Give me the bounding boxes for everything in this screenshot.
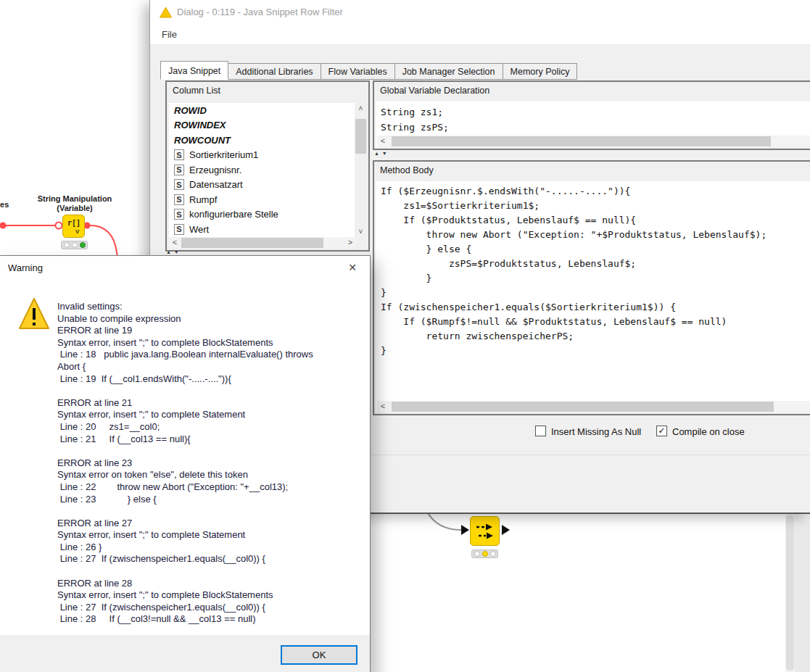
list-item[interactable]: ROWID	[169, 103, 357, 118]
string-type-icon: S	[174, 209, 184, 220]
string-manipulation-status-light	[61, 241, 88, 249]
global-declaration-editor[interactable]: String zs1; String zsPS; <	[376, 101, 810, 147]
close-icon[interactable]: ✕	[344, 260, 361, 275]
list-item[interactable]: S konfigurierbare Stelle	[169, 207, 357, 223]
column-list[interactable]: ROWID ROWINDEX ROWCOUNT S Sortierkriteri…	[169, 103, 357, 238]
menubar: File	[150, 25, 810, 45]
tab-job-manager-selection[interactable]: Job Manager Selection	[394, 63, 503, 80]
column-name: konfigurierbare Stelle	[189, 209, 278, 220]
column-name: Datensatzart	[189, 179, 243, 190]
flow-input-port-icon	[56, 223, 62, 229]
string-type-icon: S	[174, 179, 184, 190]
panel-splitter-handle[interactable]: ▲ ▼	[374, 151, 388, 156]
tab-java-snippet[interactable]: Java Snippet	[160, 61, 228, 80]
list-item[interactable]: S Datensatzart	[169, 178, 357, 193]
column-list-vscrollbar[interactable]: ˄ ˅	[355, 103, 367, 238]
row-filter-icon	[471, 517, 499, 545]
data-input-port-icon	[461, 525, 469, 535]
ok-button[interactable]: OK	[281, 645, 358, 665]
string-type-icon: S	[174, 149, 184, 160]
list-item[interactable]: S Wert	[169, 222, 357, 237]
global-declaration-title: Global Variable Declaration	[380, 86, 489, 96]
tab-strip: Java Snippet Additional Libraries Flow V…	[160, 61, 576, 80]
status-green-dot	[80, 242, 86, 248]
scroll-right-icon[interactable]: >	[344, 237, 356, 249]
vscroll-thumb[interactable]	[355, 119, 366, 154]
method-body-panel: Method Body If ($Erzeugnisnr.$.endsWith(…	[373, 160, 810, 415]
warning-dialog-title: Warning	[8, 262, 43, 273]
menu-file[interactable]: File	[162, 29, 177, 40]
canvas-scrollbar-thumb[interactable]	[786, 515, 794, 671]
warning-exclamation-icon	[18, 296, 50, 331]
method-body-code[interactable]: If ($Erzeugnisnr.$.endsWith("-.....-....…	[376, 181, 810, 361]
warning-message: Invalid settings: Unable to compile expr…	[57, 301, 368, 626]
hscroll-thumb[interactable]	[392, 136, 771, 146]
list-item[interactable]: S Rumpf	[169, 192, 357, 207]
list-item[interactable]: S Sortierkriterium1	[169, 148, 357, 163]
method-body-editor[interactable]: If ($Erzeugnisnr.$.endsWith("-.....-....…	[376, 181, 810, 412]
global-declaration-hscrollbar[interactable]: <	[377, 136, 810, 147]
column-list-hscrollbar[interactable]: < >	[169, 237, 356, 249]
method-body-title: Method Body	[380, 165, 434, 175]
list-item[interactable]: ROWINDEX	[169, 118, 357, 133]
hscroll-thumb[interactable]	[181, 238, 323, 248]
string-type-icon: S	[174, 165, 184, 175]
column-list-title: Column List	[173, 86, 220, 96]
data-output-port-icon	[502, 525, 510, 535]
svg-text:r[]: r[]	[67, 219, 80, 227]
column-name: Sortierkriterium1	[189, 149, 258, 160]
vertical-splitter-handle[interactable]: ▲ ▼	[166, 249, 180, 254]
tab-additional-libraries[interactable]: Additional Libraries	[228, 63, 321, 80]
screen: les String Manipulation (Variable) r[] V…	[0, 0, 810, 672]
list-item[interactable]: S Erzeugnisnr.	[169, 162, 357, 178]
flow-port-icon	[0, 223, 7, 229]
dialog-titlebar: Dialog - 0:119 - Java Snippet Row Filter	[150, 0, 810, 25]
svg-text:V: V	[75, 228, 80, 235]
string-manipulation-icon: r[] V	[63, 215, 84, 237]
canvas-vertical-scrollbar[interactable]	[785, 514, 795, 672]
string-manipulation-node[interactable]: r[] V	[62, 215, 85, 238]
column-name: Wert	[189, 224, 209, 235]
tab-flow-variables[interactable]: Flow Variables	[321, 63, 395, 80]
column-list-panel: Column List ROWID ROWINDEX ROWCOUNT S So…	[165, 80, 370, 252]
row-filter-status-light	[471, 549, 498, 558]
column-name: Rumpf	[189, 194, 217, 205]
hscroll-thumb[interactable]	[392, 402, 774, 412]
scroll-left-icon[interactable]: <	[377, 401, 389, 412]
partial-node-label: les	[0, 200, 20, 210]
list-item[interactable]: ROWCOUNT	[169, 133, 357, 148]
warning-dialog-footer: OK	[0, 635, 370, 672]
scroll-left-icon[interactable]: <	[377, 136, 389, 147]
column-name: Erzeugnisnr.	[189, 165, 241, 175]
compile-on-close-label: Compile on close	[672, 426, 745, 437]
warning-triangle-icon	[160, 7, 172, 18]
insert-missing-label: Insert Missing As Null	[551, 426, 641, 437]
canvas-right-panel	[795, 514, 810, 672]
compile-on-close-checkbox[interactable]: ✓	[656, 426, 667, 436]
string-manipulation-node-label: String Manipulation (Variable)	[22, 194, 127, 213]
status-yellow-dot	[482, 551, 488, 557]
method-body-hscrollbar[interactable]: <	[377, 401, 810, 412]
warning-dialog: Warning ✕ Invalid settings: Unable to co…	[0, 255, 371, 672]
tab-memory-policy[interactable]: Memory Policy	[503, 63, 578, 80]
string-type-icon: S	[174, 194, 184, 205]
row-filter-node[interactable]	[470, 516, 500, 546]
insert-missing-checkbox[interactable]	[535, 426, 546, 436]
global-declaration-panel: Global Variable Declaration String zs1; …	[373, 80, 810, 150]
global-declaration-code[interactable]: String zs1; String zsPS;	[376, 101, 810, 138]
scroll-left-icon[interactable]: <	[169, 237, 181, 249]
scroll-down-icon[interactable]: ˅	[355, 226, 367, 238]
dialog-title: Dialog - 0:119 - Java Snippet Row Filter	[177, 7, 343, 17]
scroll-up-icon[interactable]: ˄	[355, 103, 367, 115]
string-type-icon: S	[174, 224, 184, 235]
